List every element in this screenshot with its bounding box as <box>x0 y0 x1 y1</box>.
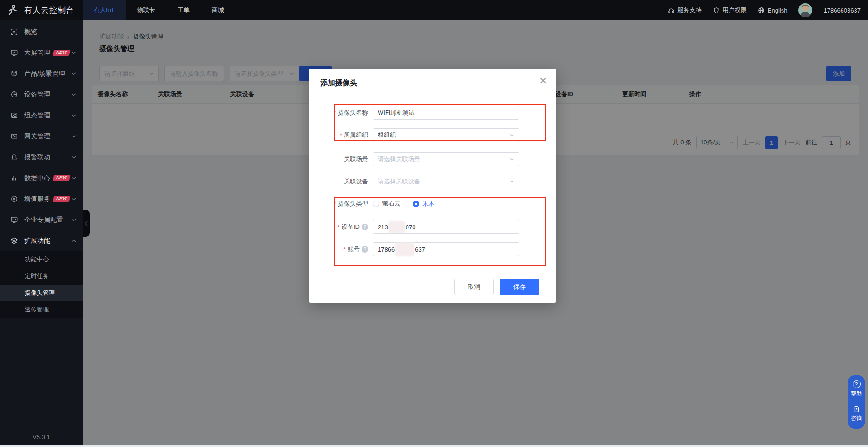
sidebar-item-gateway-mgmt[interactable]: 网关管理 <box>0 126 83 147</box>
consult-label[interactable]: 咨询 <box>851 415 862 422</box>
header-right: 服务支持 用户权限 English 17866603637 <box>668 3 868 17</box>
account-number[interactable]: 17866603637 <box>823 7 861 14</box>
scene-label: 关联场景 <box>309 155 373 163</box>
bar-chart-icon <box>10 174 18 182</box>
sidebar-item-label: 大屏管理 <box>24 49 50 57</box>
annotation-rect-top <box>334 104 546 141</box>
device-select-placeholder: 请选择关联设备 <box>378 177 420 186</box>
extended-functions-submenu: 功能中心 定时任务 摄像头管理 透传管理 <box>0 251 83 318</box>
sidebar-item-extended-functions[interactable]: 扩展功能 <box>0 230 83 251</box>
yuan-circle-icon <box>10 195 18 203</box>
sidebar-item-label: 网关管理 <box>24 132 50 141</box>
chevron-down-icon <box>72 52 76 54</box>
monitor-code-icon <box>10 216 18 224</box>
primary-nav: 有人IoT 物联卡 工单 商城 <box>83 0 235 20</box>
sidebar-item-label: 增值服务 <box>24 195 50 203</box>
dialog-title: 添加摄像头 <box>320 78 357 88</box>
chevron-down-icon <box>72 219 76 221</box>
sidebar-subitem-scheduled-tasks[interactable]: 定时任务 <box>0 268 83 285</box>
cube-icon <box>10 70 18 78</box>
sidebar-item-product-scene-mgmt[interactable]: 产品/场景管理 <box>0 63 83 84</box>
gateway-pulse-icon <box>10 132 18 140</box>
pie-chart-icon <box>10 91 18 98</box>
question-circle-icon[interactable]: ? <box>853 380 861 388</box>
help-label[interactable]: 帮助 <box>851 390 862 398</box>
sidebar-item-value-added-service[interactable]: 增值服务 NEW <box>0 188 83 209</box>
nav-tab-work-order[interactable]: 工单 <box>166 0 201 20</box>
sidebar-item-data-center[interactable]: 数据中心 NEW <box>0 168 83 188</box>
new-badge: NEW <box>53 175 70 181</box>
sidebar-item-label: 概览 <box>24 28 37 36</box>
sidebar-subitem-passthrough-mgmt[interactable]: 透传管理 <box>0 301 83 318</box>
sidebar-item-overview[interactable]: 概览 <box>0 21 83 42</box>
sidebar-item-label: 企业专属配置 <box>24 216 63 224</box>
app-root: 有人云控制台 有人IoT 物联卡 工单 商城 服务支持 用户权限 <box>0 0 868 447</box>
scene-select[interactable]: 请选择关联场景 <box>373 152 519 166</box>
scene-row: 关联场景 请选择关联场景 <box>309 152 556 166</box>
overview-icon <box>10 28 18 36</box>
sidebar-item-label: 报警联动 <box>24 153 50 162</box>
picture-icon <box>10 111 18 119</box>
scene-select-placeholder: 请选择关联场景 <box>378 155 420 163</box>
device-label: 关联设备 <box>309 177 373 186</box>
device-row: 关联设备 请选择关联设备 <box>309 175 556 188</box>
sidebar-item-label: 数据中心 <box>24 174 50 182</box>
chevron-down-icon <box>72 156 76 159</box>
field-label: 关联场景 <box>344 155 368 163</box>
screen-icon <box>10 49 18 57</box>
sidebar-item-screen-mgmt[interactable]: 大屏管理 NEW <box>0 42 83 63</box>
user-permission-label: 用户权限 <box>723 6 747 14</box>
chevron-down-icon <box>509 158 514 161</box>
service-support-link[interactable]: 服务支持 <box>668 6 702 14</box>
avatar[interactable] <box>798 3 812 17</box>
sidebar-subitem-camera-mgmt[interactable]: 摄像头管理 <box>0 285 83 301</box>
shield-icon <box>713 7 720 14</box>
headset-icon <box>668 7 675 14</box>
version-label: V5.3.1 <box>0 434 83 441</box>
chevron-down-icon <box>72 93 76 96</box>
chevron-down-icon <box>72 135 76 138</box>
sidebar-item-scada-mgmt[interactable]: 组态管理 <box>0 105 83 126</box>
save-button[interactable]: 保存 <box>500 279 539 295</box>
sidebar-subitem-function-center[interactable]: 功能中心 <box>0 251 83 268</box>
language-switcher[interactable]: English <box>758 7 788 14</box>
chevron-down-icon <box>509 180 514 183</box>
field-label: 关联设备 <box>344 177 368 186</box>
annotation-rect-bottom <box>334 197 546 266</box>
logo-text: 有人云控制台 <box>24 5 74 16</box>
new-badge: NEW <box>53 196 70 202</box>
sidebar-item-alarm-linkage[interactable]: 报警联动 <box>0 147 83 168</box>
top-header: 有人云控制台 有人IoT 物联卡 工单 商城 服务支持 用户权限 <box>0 0 868 20</box>
language-label: English <box>768 7 788 14</box>
logo[interactable]: 有人云控制台 <box>0 4 83 16</box>
nav-tab-usr-iot[interactable]: 有人IoT <box>83 0 126 20</box>
document-icon[interactable] <box>853 406 860 413</box>
sidebar-item-label: 产品/场景管理 <box>24 70 65 78</box>
sidebar-item-device-mgmt[interactable]: 设备管理 <box>0 84 83 105</box>
chevron-down-icon <box>72 177 76 180</box>
chevron-up-icon <box>72 240 76 242</box>
nav-tab-iot-card[interactable]: 物联卡 <box>126 0 166 20</box>
sidebar-item-label: 设备管理 <box>24 91 50 99</box>
alarm-bell-icon <box>10 153 18 161</box>
chevron-down-icon <box>72 198 76 201</box>
sidebar-item-enterprise-config[interactable]: 企业专属配置 <box>0 209 83 230</box>
horizontal-scrollbar[interactable] <box>0 445 868 447</box>
floating-help-panel: ? 帮助 咨询 <box>848 375 865 429</box>
device-select[interactable]: 请选择关联设备 <box>373 175 519 188</box>
new-badge: NEW <box>53 50 70 56</box>
nav-tab-mall[interactable]: 商城 <box>201 0 235 20</box>
user-permission-link[interactable]: 用户权限 <box>713 6 747 14</box>
sidebar-item-label: 组态管理 <box>24 111 50 120</box>
sidebar: 概览 大屏管理 NEW 产品/场景管理 设备管理 <box>0 20 83 447</box>
pill-divider <box>852 402 861 402</box>
close-icon[interactable]: ✕ <box>539 76 547 85</box>
usr-runner-logo-icon <box>7 4 19 16</box>
layers-icon <box>10 237 18 245</box>
service-support-label: 服务支持 <box>677 6 702 14</box>
sidebar-item-label: 扩展功能 <box>24 237 50 245</box>
chevron-down-icon <box>72 114 76 117</box>
globe-icon <box>758 7 765 14</box>
cancel-button[interactable]: 取消 <box>454 279 494 295</box>
chevron-down-icon <box>72 72 76 75</box>
